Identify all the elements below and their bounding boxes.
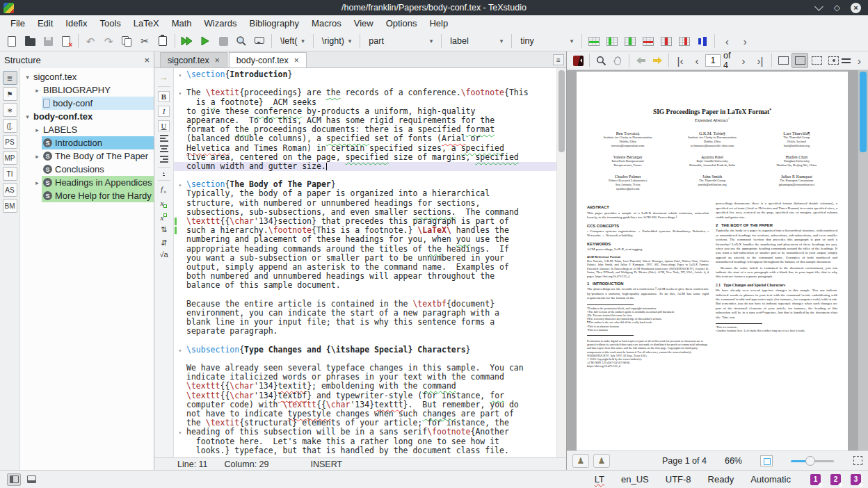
previous-document-button[interactable]: ‹ [718,33,736,49]
editor-scrollbar[interactable] [556,68,566,457]
side-icon-tikz[interactable]: TI [3,167,17,181]
tree-item-more-help-for-the-hardy[interactable]: SMore Help for the Hardy [20,189,154,202]
pdf-scrollbar-thumb[interactable] [860,72,867,152]
fit-window-button[interactable] [791,53,808,68]
fold-marker-icon[interactable]: ▾ [179,182,182,188]
remove-table-column-button[interactable] [657,33,675,49]
close-panel-icon[interactable]: × [144,55,150,65]
tree-item-headings-in-appendices[interactable]: ▸SHeadings in Appendices [20,176,154,189]
underline-button[interactable]: U [158,120,170,131]
menu-bibliography[interactable]: Bibliography [243,17,306,30]
align-table-columns-button[interactable] [693,33,712,49]
chevron-collapsed-icon[interactable]: ▸ [33,179,42,186]
first-page-button[interactable]: |‹ [672,53,689,68]
tree-item-introduction[interactable]: SIntroduction [20,136,154,149]
stop-button[interactable] [214,33,232,49]
tree-item-body-conf-tex[interactable]: ▾body-conf.tex [20,110,154,123]
side-icon-bookmarks[interactable]: ⚑ [3,87,17,101]
open-file-button[interactable] [21,33,39,49]
pdf-scrollbar[interactable] [858,70,868,450]
chevron-collapsed-icon[interactable]: ▸ [33,153,42,160]
pdf-menu-icon[interactable] [842,58,851,63]
right-delimiter-combo[interactable]: \right)▾ [316,33,357,49]
align-right-icon[interactable] [160,156,168,163]
expand-toolbar-icon[interactable]: › [858,55,861,67]
status-languagetool[interactable]: LT [595,474,604,485]
side-icon-metapost[interactable]: MP [3,151,17,165]
minimize-icon[interactable] [814,2,823,11]
next-document-button[interactable]: › [736,33,754,49]
status-dictionary[interactable]: en_US [621,474,649,485]
next-page-button[interactable]: › [735,53,752,68]
menu-help[interactable]: Help [423,17,454,30]
code-line-31[interactable]: ▾\subsection{Type Changes and {\itshape … [174,345,556,355]
menu-options[interactable]: Options [380,17,424,30]
chevron-expanded-icon[interactable]: ▾ [23,113,32,120]
overset-icon[interactable]: ⇅ [161,238,167,247]
superscript-icon[interactable]: x [161,213,168,222]
chevron-collapsed-icon[interactable]: ▸ [33,127,42,133]
zoom-slider[interactable] [791,456,834,466]
code-line-1[interactable]: ▾\section{Introduction} [174,70,556,79]
messages-log-button[interactable] [250,33,268,49]
view-pdf-button[interactable] [232,33,250,49]
fold-marker-icon[interactable]: ▾ [179,90,182,97]
side-icon-asymptote[interactable]: AS [3,183,17,197]
side-icon-structure[interactable]: ≣ [3,71,17,85]
accent-dot-icon[interactable]: · [163,172,166,176]
tree-item-bibliography[interactable]: ▸BIBLIOGRAPHY [20,83,154,97]
underset-icon[interactable]: ⇅ [161,225,167,234]
previous-page-button[interactable]: ‹ [689,53,705,68]
build-and-view-button[interactable] [178,33,196,49]
close-window-icon[interactable]: × [851,3,861,13]
code-editor[interactable]: ▾\section{Introduction}▾The \textit{proc… [174,68,556,457]
menu-wizards[interactable]: Wizards [198,17,243,30]
bookmark-tag-3[interactable]: 3 [851,474,861,485]
save-button[interactable] [39,33,57,49]
fold-marker-icon[interactable]: ▾ [179,430,182,436]
menu-latex[interactable]: LaTeX [127,17,166,30]
tree-item-conclusions[interactable]: SConclusions [20,163,154,176]
menu-file[interactable]: File [4,17,31,30]
tree-item-sigconf-tex[interactable]: ▾sigconf.tex [20,70,154,83]
add-table-row-button[interactable] [585,33,603,49]
close-document-button[interactable]: × [57,33,75,49]
menu-idefix[interactable]: Idefix [59,17,93,30]
align-left-icon[interactable] [160,135,168,142]
zoom-slider-knob[interactable] [805,456,815,466]
goto-arrow-icon[interactable]: → [160,72,168,82]
tree-item-body-conf[interactable]: body-conf [20,97,154,110]
references-combo[interactable]: label▾ [444,33,508,49]
zoom-fit-button[interactable] [760,455,773,466]
remove-table-row-button[interactable] [639,33,657,49]
tree-item-labels[interactable]: ▸LABELS [20,123,154,136]
status-language-mode[interactable]: Automatic [750,474,791,485]
last-page-button[interactable]: ›| [752,53,769,68]
pdf-search-button[interactable] [593,53,609,68]
status-encoding[interactable]: UTF-8 [666,474,691,485]
compile-button[interactable] [196,33,214,49]
pdf-page[interactable]: SIG Proceedings Paper in LaTeX Format* E… [577,72,848,450]
tab-sigconf-tex[interactable]: sigconf.tex× [160,52,227,67]
page-number-input[interactable] [705,54,721,67]
bookmark-tag-2[interactable]: 2 [830,474,841,485]
side-icon-symbols[interactable]: ∗ [3,103,17,117]
auto-fit-button[interactable] [825,53,842,68]
redo-button[interactable]: ↷ [99,33,118,49]
pdf-forward-button[interactable] [649,53,666,68]
presentation-tool-button[interactable]: ♟ [572,454,589,468]
menu-macros[interactable]: Macros [305,17,348,30]
side-icon-pstricks[interactable]: PS [3,135,17,149]
sectioning-combo[interactable]: part▾ [363,33,438,49]
status-status[interactable]: Ready [708,474,734,485]
open-documents-list-button[interactable]: ≡ [553,54,564,65]
menu-tools[interactable]: Tools [93,17,127,30]
cut-table-column-button[interactable] [675,33,693,49]
copy-button[interactable] [118,33,136,49]
editor-scrollbar-thumb[interactable] [558,70,565,152]
toggle-bottom-panel-button[interactable] [24,473,38,486]
toggle-side-panel-button[interactable] [7,473,21,486]
chevron-collapsed-icon[interactable]: ▸ [33,87,42,94]
left-delimiter-combo[interactable]: \left(▾ [275,33,310,49]
menu-view[interactable]: View [348,17,380,30]
